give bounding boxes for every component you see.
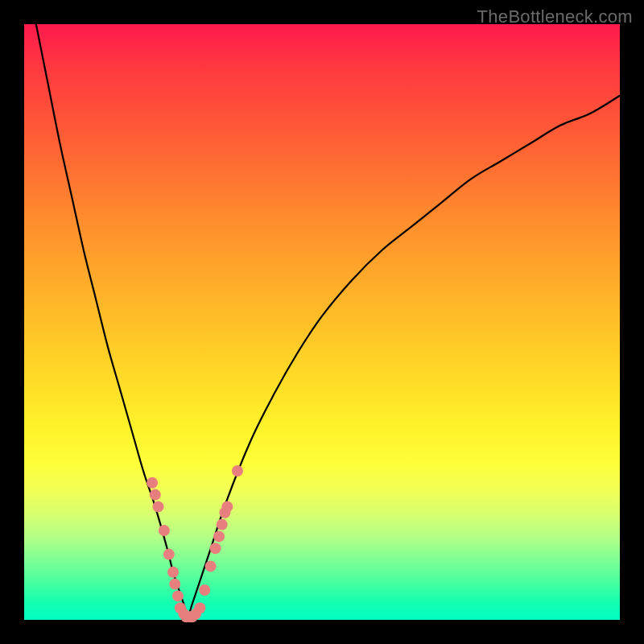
scatter-point [210,543,221,554]
chart-svg [24,24,620,620]
scatter-point [147,477,158,489]
scatter-point [169,579,180,590]
scatter-point [232,465,243,477]
scatter-point [159,525,170,536]
scatter-point [150,489,161,501]
scatter-point [153,501,164,512]
scatter-point [205,560,217,572]
scatter-point [217,519,228,530]
scatter-point [194,602,205,613]
watermark-text: TheBottleneck.com [477,6,633,27]
scatter-point [163,549,175,560]
chart-plot-area [24,24,620,620]
scatter-point [221,501,233,512]
scatter-point [172,590,184,601]
scatter-point [167,567,179,578]
scatter-point [213,530,225,542]
curve-right-branch [188,96,621,620]
scatter-point [199,584,210,596]
